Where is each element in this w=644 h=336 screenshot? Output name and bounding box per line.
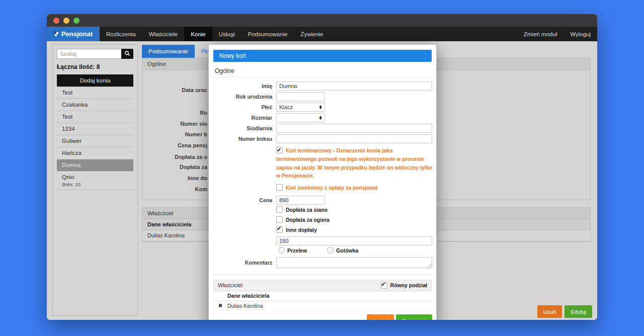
close-window-button[interactable] [53, 18, 59, 24]
comment-textarea[interactable] [276, 257, 432, 268]
horse-list-item[interactable]: Hańcza [57, 147, 133, 159]
stallion-surcharge-option: Dopłata za ogiera [276, 216, 432, 223]
equal-split-checkbox[interactable]: ✔ [381, 282, 387, 289]
modal-owner-row[interactable]: ✖ Dulias Karolina [213, 301, 432, 310]
total-count-label: Łączna ilość: 8 [57, 63, 133, 70]
cash-label: Gotówka [336, 247, 358, 254]
new-horse-modal: Nowy koń Ogólne Imię Rok urodzenia Płeć … [208, 44, 437, 320]
minimize-window-button[interactable] [63, 18, 69, 24]
equal-split-label: Równy podział [390, 282, 428, 288]
nav-item-zywienie[interactable]: Żywienie [294, 27, 330, 41]
logout-button[interactable]: Wyloguj [564, 27, 597, 41]
payment-method-options: Przelew Gotówka [278, 247, 432, 254]
horse-list: Test Czakanka Test 1234 Guliwer Hańcza D… [57, 87, 133, 190]
horse-list-item[interactable]: Guliwer [57, 135, 133, 147]
app-window: Pensjonat Rozliczenia Właściciele Konie … [47, 14, 597, 320]
transfer-radio[interactable] [278, 247, 285, 254]
search-input[interactable] [57, 49, 121, 59]
price-label: Cena [213, 197, 276, 203]
desktop-background: Pensjonat Rozliczenia Właściciele Konie … [0, 0, 644, 336]
horse-list-item[interactable]: Test [57, 111, 133, 123]
horse-list-item[interactable]: Test [57, 87, 133, 99]
app-navbar: Pensjonat Rozliczenia Właściciele Konie … [47, 27, 597, 41]
transfer-option: Przelew [278, 247, 307, 254]
sidebar: Łączna ilość: 8 Dodaj konia Test Czakank… [52, 44, 138, 316]
remove-owner-icon[interactable]: ✖ [213, 303, 227, 308]
price-input[interactable] [276, 196, 325, 205]
navbar-right: Zmień moduł Wyloguj [517, 27, 597, 41]
nav-item-konie[interactable]: Konie [184, 27, 212, 41]
select-stepper-icon: ▲▼ [317, 116, 322, 120]
sex-select[interactable]: Klacz ▲▼ [276, 103, 325, 112]
brand-label: Pensjonat [61, 30, 93, 38]
confirm-button[interactable]: Zatwierdź [396, 314, 432, 320]
edit-button[interactable]: Edytuj [565, 305, 592, 318]
horse-name: Qnio [62, 174, 133, 180]
box-number-label: Numer boksu [213, 136, 276, 142]
other-surcharge-amount-input[interactable] [276, 236, 432, 245]
horse-list-item[interactable]: 1234 [57, 123, 133, 135]
schedule-horse-option: ✔Koń terminarzowy - Oznaczenie konia jak… [276, 146, 434, 180]
cash-radio[interactable] [327, 247, 334, 254]
maximize-window-button[interactable] [73, 18, 79, 24]
horse-list-item-selected[interactable]: Dumna [57, 159, 133, 172]
box-number-input[interactable] [276, 134, 432, 143]
size-select[interactable]: ▲▼ [276, 113, 325, 122]
fee-exempt-text: Koń zwolniony z opłaty za pensjonat [286, 185, 378, 191]
saddlery-label: Siodlarnia [213, 125, 276, 131]
modal-owner-section-label: Właściciel [218, 282, 243, 288]
modal-divider [214, 274, 431, 275]
birth-year-label: Rok urodzenia [213, 94, 276, 100]
stallion-surcharge-text: Dopłata za ogiera [286, 217, 330, 223]
schedule-horse-checkbox[interactable]: ✔ [276, 147, 283, 153]
modal-title: Nowy koń [213, 50, 432, 62]
modal-owner-name: Dulias Karolina [227, 303, 263, 309]
fee-exempt-checkbox[interactable] [276, 184, 283, 191]
content-area: Łączna ilość: 8 Dodaj konia Test Czakank… [47, 41, 597, 320]
fee-exempt-option: Koń zwolniony z opłaty za pensjonat [276, 184, 434, 192]
other-surcharge-checkbox[interactable]: ✔ [276, 226, 283, 233]
delete-button[interactable]: Usuń [537, 305, 562, 318]
window-titlebar [47, 14, 597, 27]
check-icon: ✔ [277, 146, 281, 155]
horse-box-label: Boks: 33 [62, 182, 133, 187]
search-button[interactable] [121, 49, 133, 59]
modal-general-section-title: Ogólne [214, 67, 431, 77]
modal-owner-section-header: Właściciel ✔Równy podział [213, 280, 432, 291]
saddlery-input[interactable] [276, 124, 432, 133]
other-surcharge-option: ✔Inne dopłaty [276, 226, 432, 233]
change-module-button[interactable]: Zmień moduł [517, 27, 564, 41]
sex-label: Płeć [213, 104, 276, 110]
tab-podsumowanie[interactable]: Podsumowanie [142, 45, 195, 58]
horse-list-item[interactable]: Czakanka [57, 99, 133, 111]
nav-item-wlasciciele[interactable]: Właściciele [142, 27, 185, 41]
birth-year-input[interactable] [276, 92, 325, 101]
cash-option: Gotówka [327, 247, 358, 254]
horse-list-item[interactable]: Qnio Boks: 33 [57, 172, 133, 190]
nav-item-rozliczenia[interactable]: Rozliczenia [100, 27, 142, 41]
add-horse-button[interactable]: Dodaj konia [57, 74, 133, 87]
equal-split-option: ✔Równy podział [381, 282, 428, 289]
modal-footer: Anuluj Zatwierdź [213, 314, 432, 320]
check-icon: ✔ [381, 281, 386, 288]
transfer-label: Przelew [287, 247, 307, 254]
brand: Pensjonat [47, 27, 100, 41]
stallion-surcharge-checkbox[interactable] [276, 216, 283, 223]
nav-item-uslugi[interactable]: Usługi [212, 27, 242, 41]
hay-surcharge-checkbox[interactable] [276, 206, 283, 213]
modal-owner-table: Dane właściciela ✖ Dulias Karolina [213, 291, 432, 310]
name-label: Imię [213, 83, 276, 89]
schedule-horse-text: Koń terminarzowy - Oznaczenie konia jako… [276, 147, 432, 179]
name-input[interactable] [276, 81, 432, 91]
select-stepper-icon: ▲▼ [317, 105, 322, 110]
cancel-button[interactable]: Anuluj [367, 314, 394, 320]
hay-surcharge-option: Dopłata za siano [276, 206, 432, 213]
detail-actions: Usuń Edytuj [537, 305, 592, 318]
nav-item-podsumowanie[interactable]: Podsumowanie [242, 27, 294, 41]
comment-label: Komentarz [213, 260, 276, 266]
search-row [57, 49, 133, 59]
other-surcharge-text: Inne dopłaty [286, 227, 317, 233]
check-icon: ✔ [277, 225, 281, 232]
brand-logo-icon [54, 31, 59, 37]
size-label: Rozmiar [213, 115, 276, 121]
